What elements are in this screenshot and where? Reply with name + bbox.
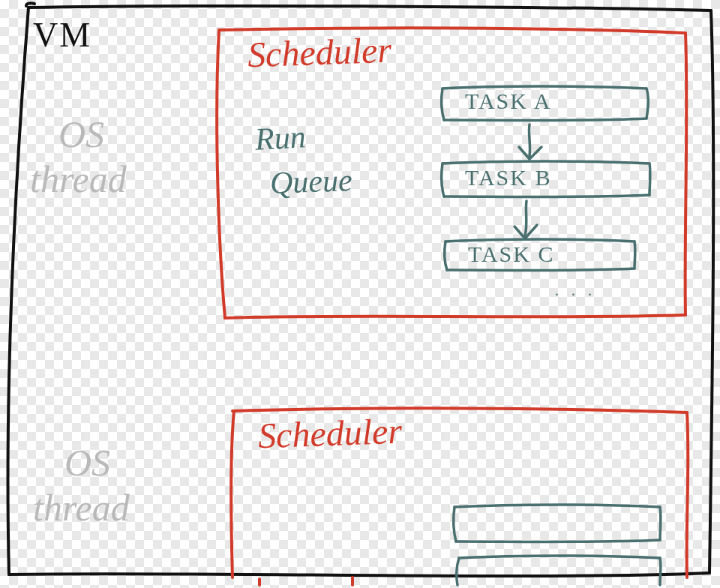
os-thread-label-2-line1: OS xyxy=(64,441,110,484)
task-b-label: TASK B xyxy=(465,165,551,190)
os-thread-label-2-line2: thread xyxy=(33,486,130,530)
scheduler-title-2: Scheduler xyxy=(257,410,403,457)
vm-label: VM xyxy=(33,15,92,55)
arrow-a-to-b xyxy=(519,124,542,159)
sched2-task-box-1 xyxy=(454,505,661,542)
run-queue-label-line1: Run xyxy=(254,118,307,157)
arrow-b-to-c xyxy=(514,201,537,238)
scheduler-title-1: Scheduler xyxy=(247,29,392,76)
task-ellipsis: . . . xyxy=(555,282,596,299)
sched2-task-box-2 xyxy=(457,556,661,585)
os-thread-label-1-line2: thread xyxy=(30,158,127,201)
os-thread-label-1-line1: OS xyxy=(58,112,104,156)
run-queue-label-line2: Queue xyxy=(269,162,352,201)
task-c-label: TASK C xyxy=(468,242,554,267)
task-a-label: TASK A xyxy=(465,88,551,114)
